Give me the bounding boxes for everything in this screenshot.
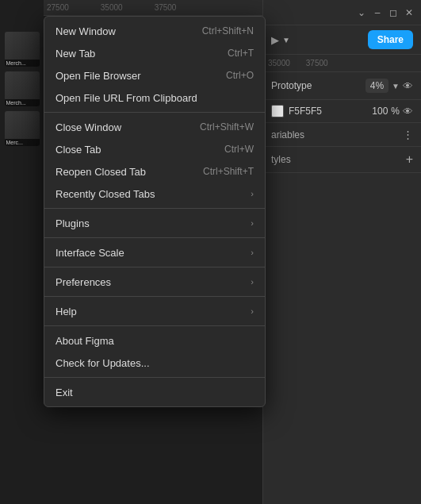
chevron-play-icon: ▼	[282, 36, 290, 44]
menu-item-left-preferences: Preferences	[55, 276, 111, 288]
menu-item-close-tab[interactable]: Close TabCtrl+W	[44, 138, 265, 160]
menu-item-help[interactable]: Help›	[44, 300, 265, 322]
menu-item-left-new-tab: New Tab	[55, 48, 95, 60]
menu-item-open-file-url[interactable]: Open File URL From Clipboard	[44, 87, 265, 109]
right-panel: ⌄ – ◻ ✕ ▶ ▼ Share 35000 37500 Prototype …	[262, 0, 421, 504]
menu-item-preferences[interactable]: Preferences›	[44, 271, 265, 293]
left-thumbnails: Merch... Merch... Merc...	[0, 0, 44, 504]
menu-separator-after-interface-scale	[44, 267, 265, 267]
share-row: ▶ ▼ Share	[263, 25, 421, 55]
fill-row: F5F5F5 100 % 👁	[263, 100, 421, 123]
menu-item-left-close-window: Close Window	[55, 121, 121, 133]
menu-item-label-about-figma: About Figma	[55, 335, 114, 347]
menu-item-arrow-interface-scale: ›	[251, 248, 254, 257]
thumb-label-1: Merch...	[5, 60, 40, 67]
menu-item-label-plugins: Plugins	[55, 217, 90, 229]
menu-separator-after-recently-closed-tabs	[44, 208, 265, 209]
application-menu: New WindowCtrl+Shift+NNew TabCtrl+TOpen …	[44, 16, 266, 407]
thumb-label-2: Merch...	[5, 99, 40, 106]
menu-item-arrow-recently-closed-tabs: ›	[251, 189, 254, 198]
menu-item-open-file-browser[interactable]: Open File BrowserCtrl+O	[44, 64, 265, 87]
thumbnail-3[interactable]: Merc...	[5, 111, 40, 146]
menu-item-label-recently-closed-tabs: Recently Closed Tabs	[55, 188, 155, 200]
menu-item-label-new-tab: New Tab	[55, 48, 95, 60]
menu-item-label-open-file-browser: Open File Browser	[55, 70, 141, 82]
menu-separator-after-open-file-url	[44, 112, 265, 113]
menu-item-label-check-updates: Check for Updates...	[55, 357, 150, 369]
menu-item-arrow-help: ›	[251, 306, 254, 316]
menu-item-about-figma[interactable]: About Figma	[44, 329, 265, 352]
filter-icon[interactable]: ⋮	[403, 129, 413, 140]
menu-item-arrow-preferences: ›	[251, 277, 254, 287]
menu-item-shortcut-close-window: Ctrl+Shift+W	[200, 121, 254, 133]
menu-item-interface-scale[interactable]: Interface Scale›	[44, 241, 265, 264]
prototype-percent-area: 4% ▼ 👁	[366, 79, 413, 93]
menu-separator-after-preferences	[44, 296, 265, 297]
menu-item-left-close-tab: Close Tab	[55, 144, 101, 156]
window-controls: ⌄ – ◻ ✕	[263, 0, 421, 25]
menu-item-left-about-figma: About Figma	[55, 335, 114, 347]
menu-item-exit[interactable]: Exit	[44, 381, 265, 403]
menu-item-arrow-plugins: ›	[251, 218, 254, 228]
eye-icon[interactable]: 👁	[403, 80, 413, 92]
ruler-value-1: 35000	[268, 59, 290, 67]
ruler-top-value-1: 35000	[101, 3, 123, 12]
menu-item-recently-closed-tabs[interactable]: Recently Closed Tabs›	[44, 183, 265, 205]
prototype-chevron-icon: ▼	[392, 82, 400, 90]
menu-item-label-close-window: Close Window	[55, 121, 121, 133]
menu-item-label-open-file-url: Open File URL From Clipboard	[55, 92, 197, 104]
minimize-icon[interactable]: –	[372, 7, 383, 18]
share-label: Share	[377, 34, 404, 45]
menu-separator-after-plugins	[44, 237, 265, 238]
fill-hex-value: F5F5F5	[289, 106, 322, 117]
fill-opacity-area: 100 % 👁	[372, 106, 413, 117]
menu-item-left-open-file-browser: Open File Browser	[55, 70, 141, 82]
menu-item-left-reopen-closed-tab: Reopen Closed Tab	[55, 166, 146, 178]
menu-item-reopen-closed-tab[interactable]: Reopen Closed TabCtrl+Shift+T	[44, 160, 265, 183]
prototype-section: Prototype 4% ▼ 👁	[263, 72, 421, 100]
fill-opacity-value: 100	[372, 106, 388, 117]
menu-item-shortcut-open-file-browser: Ctrl+O	[226, 70, 254, 81]
chevron-down-icon[interactable]: ⌄	[356, 7, 367, 18]
menu-item-new-tab[interactable]: New TabCtrl+T	[44, 42, 265, 64]
menu-item-label-new-window: New Window	[55, 25, 116, 37]
menu-item-left-interface-scale: Interface Scale	[55, 247, 124, 259]
menu-item-check-updates[interactable]: Check for Updates...	[44, 352, 265, 374]
variables-label: ariables	[271, 129, 304, 140]
styles-plus-icon[interactable]: +	[406, 152, 413, 167]
thumb-label-3: Merc...	[5, 139, 40, 146]
menu-item-left-new-window: New Window	[55, 25, 116, 37]
menu-item-close-window[interactable]: Close WindowCtrl+Shift+W	[44, 116, 265, 138]
styles-row: tyles +	[263, 147, 421, 173]
menu-separator-after-check-updates	[44, 377, 265, 378]
thumbnail-1[interactable]: Merch...	[5, 32, 40, 67]
menu-item-left-help: Help	[55, 306, 77, 317]
menu-item-label-exit: Exit	[55, 387, 73, 398]
thumbnail-2[interactable]: Merch...	[5, 71, 40, 106]
menu-item-left-check-updates: Check for Updates...	[55, 357, 150, 369]
menu-item-label-help: Help	[55, 306, 77, 317]
ruler-top: 27500 35000 37500	[44, 0, 262, 16]
share-button[interactable]: Share	[368, 30, 413, 49]
menu-item-shortcut-close-tab: Ctrl+W	[224, 144, 254, 155]
menu-item-label-preferences: Preferences	[55, 276, 111, 288]
menu-item-new-window[interactable]: New WindowCtrl+Shift+N	[44, 20, 265, 42]
fill-swatch[interactable]	[271, 105, 284, 117]
fill-eye-icon[interactable]: 👁	[403, 106, 413, 117]
ruler-value-2: 37500	[306, 59, 328, 67]
menu-item-left-open-file-url: Open File URL From Clipboard	[55, 92, 197, 104]
menu-item-label-close-tab: Close Tab	[55, 144, 101, 156]
prototype-label: Prototype	[271, 80, 312, 91]
menu-item-label-interface-scale: Interface Scale	[55, 247, 124, 259]
menu-item-shortcut-reopen-closed-tab: Ctrl+Shift+T	[203, 166, 254, 177]
menu-item-left-recently-closed-tabs: Recently Closed Tabs	[55, 188, 155, 200]
play-button[interactable]: ▶	[271, 34, 279, 46]
ruler-top-value-0: 27500	[47, 3, 69, 12]
menu-separator-after-help	[44, 325, 265, 326]
menu-item-plugins[interactable]: Plugins›	[44, 212, 265, 234]
menu-item-left-plugins: Plugins	[55, 217, 90, 229]
close-icon[interactable]: ✕	[404, 7, 415, 18]
prototype-percent-value: 4%	[366, 79, 388, 93]
styles-label: tyles	[271, 154, 291, 165]
maximize-icon[interactable]: ◻	[388, 7, 399, 18]
